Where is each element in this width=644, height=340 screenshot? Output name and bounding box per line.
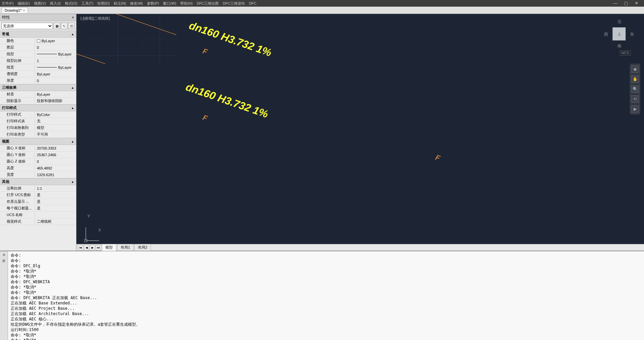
view-cube[interactable]: 上 北 南 东 西 <box>604 19 634 49</box>
prop-plottype-value[interactable]: 不可用 <box>35 132 76 137</box>
prop-linetype-value[interactable]: ByLayer <box>35 52 76 56</box>
prop-centery-value[interactable]: 25367.2466 <box>35 153 76 157</box>
layout-last-icon[interactable]: ⏭ <box>96 245 101 250</box>
prop-visualstyle-value[interactable]: 二维线框 <box>35 219 76 224</box>
prop-shadow-value[interactable]: 投射和接收阴影 <box>35 98 76 103</box>
drawing-annotation-text: dn160 H3.732 1% <box>188 19 273 59</box>
prop-transparency-label: 透明度 <box>0 71 35 76</box>
menu-edit[interactable]: 编辑(E) <box>18 1 30 6</box>
prop-centerz-value[interactable]: 0 <box>35 160 76 164</box>
collapse-icon[interactable]: ▲ <box>71 86 74 89</box>
section-view[interactable]: 视图 <box>2 139 9 144</box>
close-icon[interactable]: ✕ <box>635 1 638 6</box>
toggle-pickadd-button[interactable]: ▦ <box>54 23 60 29</box>
prop-color-value[interactable]: ByLayer <box>35 39 76 43</box>
document-tab-bar: Drawing1* × <box>0 7 644 14</box>
layout-prev-icon[interactable]: ◀ <box>84 245 89 250</box>
prop-material-label: 材质 <box>0 92 35 97</box>
document-tab[interactable]: Drawing1* × <box>2 7 28 13</box>
menu-dimension[interactable]: 标注(N) <box>114 1 126 6</box>
menu-view[interactable]: 视图(V) <box>34 1 46 6</box>
layout-tab-model[interactable]: 模型 <box>102 244 116 251</box>
prop-thickness-value[interactable]: 0 <box>35 79 76 83</box>
prop-transparency-value[interactable]: ByLayer <box>35 72 76 76</box>
collapse-icon[interactable]: ▲ <box>71 106 74 110</box>
minimize-icon[interactable]: — <box>613 1 617 6</box>
prop-plottable-value[interactable]: 无 <box>35 119 76 124</box>
ucs-icon: Y X <box>82 224 102 245</box>
orbit-icon[interactable]: ⟲ <box>631 95 639 103</box>
viewport-label[interactable]: [-][俯视][二维线框] <box>80 16 110 21</box>
command-history[interactable]: 命令: 命令: 命令: DFC_Dlg 命令: *取消* 命令: *取消* 命令… <box>8 251 644 340</box>
prop-ucsicon-value[interactable]: 是 <box>35 192 76 197</box>
prop-lineweight-value[interactable]: ByLayer <box>35 65 76 69</box>
view-cube-north[interactable]: 北 <box>617 19 621 25</box>
command-options-icon[interactable]: ⚙ <box>2 259 6 263</box>
line-preview-icon <box>37 67 57 67</box>
document-tab-label: Drawing1* <box>5 8 22 12</box>
prop-annoscale-value[interactable]: 1:1 <box>35 186 76 190</box>
view-cube-east[interactable]: 东 <box>630 32 634 37</box>
selection-filter-dropdown[interactable]: 无选择 <box>1 23 53 29</box>
menu-dfc[interactable]: DFC <box>249 1 257 5</box>
prop-plotstyle-label: 打印样式 <box>0 112 35 117</box>
menu-draw[interactable]: 绘图(D) <box>97 1 110 6</box>
collapse-icon[interactable]: ▲ <box>71 140 74 143</box>
layout-tab-layout2[interactable]: 布局2 <box>134 244 151 251</box>
collapse-icon[interactable]: ▲ <box>71 180 74 183</box>
prop-plotattach-value[interactable]: 模型 <box>35 125 76 130</box>
prop-material-value[interactable]: ByLayer <box>35 92 76 96</box>
prop-height-value[interactable]: 465.4892 <box>35 166 76 170</box>
prop-centerx-value[interactable]: 20700.3353 <box>35 146 76 150</box>
prop-centery-label: 圆心 Y 坐标 <box>0 152 35 157</box>
prop-width-value[interactable]: 1329.6281 <box>35 173 76 177</box>
pan-icon[interactable]: ✋ <box>631 75 639 83</box>
wcs-label[interactable]: WCS <box>620 51 631 56</box>
collapse-icon[interactable]: ▲ <box>71 33 74 36</box>
navigation-bar: ◉ ✋ 🔍 ⟲ ▶ <box>630 64 640 114</box>
flow-marker: F <box>201 113 208 123</box>
drawing-annotation-text: dn160 H3.732 1% <box>184 81 270 121</box>
prop-ucsorigin-label: 在原点显示 ... <box>0 199 35 204</box>
layout-first-icon[interactable]: ⏮ <box>78 245 83 250</box>
layout-tab-layout1[interactable]: 布局1 <box>117 244 134 251</box>
panel-close-icon[interactable]: × <box>72 15 74 20</box>
flow-marker: F <box>434 153 441 163</box>
section-general[interactable]: 常规 <box>2 32 9 37</box>
menu-modify[interactable]: 修改(M) <box>130 1 143 6</box>
layout-next-icon[interactable]: ▶ <box>90 245 95 250</box>
quick-select-button[interactable]: ◰ <box>68 23 75 29</box>
menu-dfc-3d-reverse[interactable]: DFC三维逆向 <box>223 1 245 6</box>
zoom-extents-icon[interactable]: 🔍 <box>631 85 639 93</box>
view-cube-top-face[interactable]: 上 <box>612 27 626 41</box>
prop-layer-value[interactable]: 0 <box>35 46 76 50</box>
menu-window[interactable]: 窗口(W) <box>163 1 176 6</box>
menu-help[interactable]: 帮助(H) <box>180 1 193 6</box>
maximize-icon[interactable]: ▢ <box>624 1 628 6</box>
menu-tools[interactable]: 工具(T) <box>81 1 93 6</box>
steering-wheel-icon[interactable]: ◉ <box>631 65 639 73</box>
menu-format[interactable]: 格式(O) <box>65 1 77 6</box>
prop-visualstyle-label: 视觉样式 <box>0 219 35 224</box>
section-3deffects[interactable]: 三维效果 <box>2 85 17 90</box>
menu-parametric[interactable]: 参数(P) <box>147 1 159 6</box>
section-plotstyle[interactable]: 打印样式 <box>2 105 17 110</box>
command-close-icon[interactable]: ✕ <box>2 253 6 257</box>
view-cube-south[interactable]: 南 <box>617 43 621 49</box>
view-cube-west[interactable]: 西 <box>604 32 608 37</box>
show-motion-icon[interactable]: ▶ <box>631 105 639 113</box>
drawing-viewport[interactable]: [-][俯视][二维线框] 上 北 南 东 西 WCS ◉ ✋ 🔍 ⟲ ▶ <box>76 14 644 251</box>
prop-ucsname-label: UCS 名称 <box>0 212 35 217</box>
prop-ltscale-value[interactable]: 1 <box>35 59 76 63</box>
prop-ucsperview-value[interactable]: 是 <box>35 206 76 211</box>
menu-insert[interactable]: 插入(I) <box>50 1 61 6</box>
menu-file[interactable]: 文件(F) <box>2 1 14 6</box>
select-objects-button[interactable]: ↖ <box>61 23 67 29</box>
prop-ucsorigin-value[interactable]: 是 <box>35 199 76 204</box>
document-tab-close-icon[interactable]: × <box>23 8 25 12</box>
menu-dfc-3d-export[interactable]: DFC三维出图 <box>196 1 219 6</box>
flow-marker: F <box>201 47 208 57</box>
section-misc[interactable]: 其他 <box>2 179 9 184</box>
prop-ucsperview-label: 每个视口都显... <box>0 206 35 211</box>
prop-plotstyle-value[interactable]: ByColor <box>35 113 76 117</box>
